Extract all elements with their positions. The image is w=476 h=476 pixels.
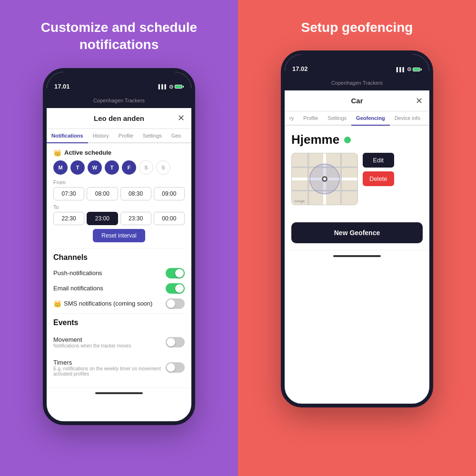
tab-settings-right[interactable]: Settings <box>323 111 351 125</box>
home-bar-right <box>333 255 381 257</box>
events-heading: Events <box>53 318 185 327</box>
battery-icon-right <box>413 68 422 71</box>
to-slot-4[interactable]: 00:00 <box>154 212 185 225</box>
modal-title-right: Car <box>351 97 363 105</box>
sms-notifications-toggle[interactable] <box>166 298 185 309</box>
email-notifications-toggle[interactable] <box>166 283 185 294</box>
tab-profile-right[interactable]: Profile <box>298 111 323 125</box>
push-notifications-toggle[interactable] <box>166 268 185 278</box>
status-icons: ▌▌▌ ⊙ <box>159 84 184 90</box>
divider-1 <box>53 248 185 248</box>
tab-notifications[interactable]: Notifications <box>47 129 88 143</box>
modal-title: Leo den anden <box>94 114 144 122</box>
phone-content-right: Car ✕ ry Profile Settings Geofencing Dev… <box>285 90 429 261</box>
svg-point-9 <box>323 178 326 180</box>
signal-icon-right: ▌▌▌ <box>397 67 406 72</box>
location-name-row: Hjemme <box>291 132 423 147</box>
tab-profile[interactable]: Profile <box>114 129 138 142</box>
day-monday[interactable]: M <box>53 160 68 175</box>
day-friday[interactable]: F <box>122 160 136 175</box>
home-indicator-right <box>285 250 429 261</box>
home-indicator <box>47 387 191 399</box>
from-label: From <box>53 179 185 185</box>
delete-button[interactable]: Delete <box>363 171 394 186</box>
to-time-slots: 22:30 23:00 23:30 00:00 <box>53 212 185 225</box>
movement-row: Movement Notifications when the tracker … <box>53 331 185 354</box>
day-wednesday[interactable]: W <box>88 160 102 175</box>
tab-history[interactable]: History <box>88 129 114 142</box>
day-saturday[interactable]: S <box>139 160 153 175</box>
tab-bar: Notifications History Profile Settings G… <box>47 129 191 143</box>
movement-event: Movement Notifications when the tracker … <box>53 333 131 351</box>
map-svg: Google <box>292 153 357 205</box>
movement-toggle[interactable] <box>166 337 185 347</box>
push-notifications-label: Push-notifications <box>53 269 102 277</box>
to-slot-2[interactable]: 23:00 <box>87 212 118 225</box>
email-notifications-label: Email notifications <box>53 285 103 292</box>
left-phone: 17.01 ▌▌▌ ⊙ Copenhagen Trackers Leo den … <box>43 68 195 425</box>
tab-ry[interactable]: ry <box>285 111 298 125</box>
to-slot-3[interactable]: 23:30 <box>120 212 151 225</box>
phone-content: Leo den anden ✕ Notifications History Pr… <box>47 108 191 399</box>
close-icon-right[interactable]: ✕ <box>416 96 423 106</box>
day-sunday[interactable]: S <box>156 160 170 175</box>
right-panel: Setup geofencing 17.02 ▌▌▌ ⊙ Copenhagen … <box>238 0 476 476</box>
battery-icon <box>175 85 184 89</box>
from-slot-3[interactable]: 08:30 <box>120 187 151 200</box>
from-slot-4[interactable]: 09:00 <box>154 187 185 200</box>
phone-notch-right <box>326 54 388 68</box>
timers-event: Timers E.g. notifications on the weekly … <box>53 356 166 379</box>
timers-sub: E.g. notifications on the weekly timer o… <box>53 366 166 377</box>
sms-notifications-label: 👑 SMS notifications (coming soon) <box>53 300 152 307</box>
to-slot-1[interactable]: 22:30 <box>53 212 84 225</box>
wifi-icon: ⊙ <box>169 84 173 90</box>
movement-title: Movement <box>53 336 131 343</box>
close-icon[interactable]: ✕ <box>178 113 185 123</box>
from-time-slots: 07:30 08:00 08:30 09:00 <box>53 187 185 200</box>
app-header-text-right: Copenhagen Trackers <box>331 80 383 86</box>
push-notifications-row: Push-notifications <box>53 266 185 281</box>
timers-title: Timers <box>53 359 166 366</box>
from-slot-1[interactable]: 07:30 <box>53 187 84 200</box>
location-name: Hjemme <box>291 132 339 147</box>
new-geofence-button[interactable]: New Geofence <box>291 222 423 243</box>
tab-geo[interactable]: Geo <box>167 129 186 142</box>
wifi-icon-right: ⊙ <box>407 66 411 72</box>
channels-heading: Channels <box>53 253 185 262</box>
geofencing-content: Hjemme <box>285 126 429 250</box>
home-bar <box>95 392 143 394</box>
signal-icon: ▌▌▌ <box>159 84 168 89</box>
map-actions: Google Edit Delete <box>291 153 423 205</box>
crown-icon: 👑 <box>53 149 61 157</box>
phone-notch <box>88 72 150 85</box>
app-header-right: Copenhagen Trackers <box>285 75 429 90</box>
notification-settings: 👑 Active schedule M T W T F S S From 07:… <box>47 143 191 387</box>
right-phone: 17.02 ▌▌▌ ⊙ Copenhagen Trackers Car ✕ <box>281 50 433 407</box>
action-buttons: Edit Delete <box>363 153 394 186</box>
tab-settings[interactable]: Settings <box>138 129 167 142</box>
edit-button[interactable]: Edit <box>363 153 394 168</box>
svg-text:Google: Google <box>294 199 305 203</box>
day-tuesday[interactable]: T <box>70 160 85 175</box>
left-panel-title: Customize and schedule notifications <box>0 19 238 54</box>
active-indicator-dot <box>344 137 351 143</box>
timers-row: Timers E.g. notifications on the weekly … <box>53 354 185 382</box>
from-slot-2[interactable]: 08:00 <box>87 187 118 200</box>
status-icons-right: ▌▌▌ ⊙ <box>397 66 422 72</box>
status-time: 17.01 <box>54 83 70 90</box>
reset-interval-button[interactable]: Reset interval <box>93 229 145 242</box>
status-time-right: 17.02 <box>292 65 308 72</box>
active-schedule-label: 👑 Active schedule <box>53 149 185 157</box>
to-label: To <box>53 204 185 210</box>
modal-header-right: Car ✕ <box>285 90 429 111</box>
right-panel-title: Setup geofencing <box>287 19 427 36</box>
day-thursday[interactable]: T <box>105 160 119 175</box>
app-header-text: Copenhagen Trackers <box>93 98 145 103</box>
map-thumbnail[interactable]: Google <box>291 153 358 205</box>
timers-toggle[interactable] <box>166 362 185 373</box>
modal-header: Leo den anden ✕ <box>47 108 191 129</box>
tab-geofencing[interactable]: Geofencing <box>351 111 390 126</box>
tab-device-info[interactable]: Device info <box>390 111 425 125</box>
tab-bar-right: ry Profile Settings Geofencing Device in… <box>285 111 429 126</box>
crown-icon-sms: 👑 <box>53 300 61 307</box>
